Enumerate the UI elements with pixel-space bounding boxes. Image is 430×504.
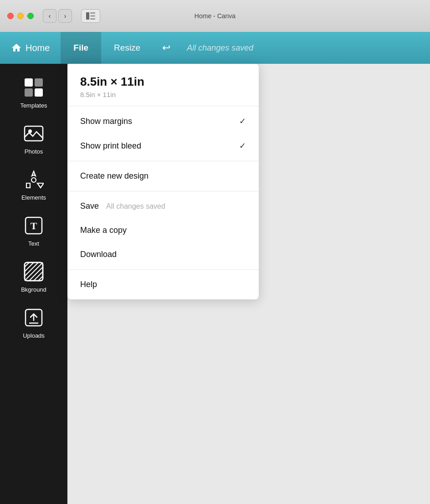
create-section: Create new design (67, 161, 259, 191)
sidebar-item-elements[interactable]: Elements (0, 163, 67, 207)
help-item[interactable]: Help (67, 273, 259, 297)
file-dropdown: 8.5in × 11in 8.5in × 11in Show margins ✓… (67, 64, 259, 299)
maximize-button[interactable] (27, 13, 34, 19)
sidebar-item-background[interactable]: Bkground (0, 255, 67, 299)
dropdown-title: 8.5in × 11in (80, 75, 246, 89)
home-label: Home (26, 43, 50, 53)
title-bar: ‹ › Home - Canva (0, 0, 430, 32)
text-icon: T (24, 216, 44, 237)
background-icon (24, 262, 44, 283)
svg-rect-6 (25, 88, 33, 97)
minimize-button[interactable] (17, 13, 24, 19)
display-options-section: Show margins ✓ Show print bleed ✓ (67, 106, 259, 161)
main-area: Templates Photos (0, 64, 430, 504)
save-label: Save (80, 201, 99, 211)
undo-icon: ↩ (162, 42, 170, 54)
svg-rect-0 (86, 12, 89, 20)
svg-rect-2 (90, 15, 95, 17)
svg-point-10 (31, 178, 36, 182)
home-icon (11, 42, 22, 53)
show-print-bleed-label: Show print bleed (80, 141, 141, 151)
save-item[interactable]: Save All changes saved (67, 194, 259, 218)
show-margins-item[interactable]: Show margins ✓ (67, 109, 259, 134)
text-label: Text (28, 240, 39, 247)
dropdown-header: 8.5in × 11in 8.5in × 11in (67, 64, 259, 106)
traffic-lights (7, 13, 34, 19)
sidebar-toggle-icon (86, 12, 95, 20)
make-copy-label: Make a copy (80, 226, 127, 235)
sidebar-item-uploads[interactable]: Uploads (0, 301, 67, 345)
file-menu-item[interactable]: File (61, 32, 101, 64)
autosave-status: All changes saved (179, 43, 261, 53)
back-icon: ‹ (49, 12, 51, 20)
help-label: Help (80, 280, 97, 289)
resize-label: Resize (114, 43, 140, 53)
close-button[interactable] (7, 13, 14, 19)
sidebar-item-templates[interactable]: Templates (0, 71, 67, 115)
svg-rect-1 (90, 12, 95, 14)
sidebar-toggle-button[interactable] (81, 9, 100, 23)
sidebar-item-text[interactable]: T Text (0, 209, 67, 253)
show-margins-label: Show margins (80, 117, 132, 126)
file-label: File (73, 43, 88, 53)
svg-rect-8 (25, 126, 43, 141)
undo-button[interactable]: ↩ (153, 42, 179, 54)
forward-icon: › (64, 12, 67, 20)
templates-label: Templates (20, 102, 47, 109)
download-label: Download (80, 250, 117, 259)
uploads-label: Uploads (23, 332, 45, 339)
help-section: Help (67, 270, 259, 299)
sidebar-item-photos[interactable]: Photos (0, 117, 67, 161)
canvas-area: 8.5in × 11in 8.5in × 11in Show margins ✓… (67, 64, 430, 504)
svg-rect-7 (35, 88, 43, 97)
svg-text:T: T (31, 220, 37, 231)
sidebar: Templates Photos (0, 64, 67, 504)
svg-rect-5 (35, 78, 43, 87)
resize-menu-item[interactable]: Resize (101, 32, 153, 64)
download-item[interactable]: Download (67, 242, 259, 267)
show-print-bleed-check: ✓ (239, 141, 246, 151)
file-actions-section: Save All changes saved Make a copy Downl… (67, 191, 259, 269)
make-copy-item[interactable]: Make a copy (67, 218, 259, 242)
create-new-design-item[interactable]: Create new design (67, 164, 259, 188)
svg-line-19 (34, 272, 43, 281)
templates-icon (24, 77, 44, 99)
svg-rect-3 (90, 18, 95, 20)
window-title: Home - Canva (195, 12, 235, 20)
svg-line-17 (25, 262, 43, 281)
background-label: Bkground (21, 286, 46, 293)
elements-icon (24, 170, 44, 191)
forward-button[interactable]: › (58, 9, 72, 23)
nav-buttons: ‹ › (43, 9, 72, 23)
show-margins-check: ✓ (239, 116, 246, 126)
save-status: All changes saved (106, 202, 165, 211)
dropdown-subtitle: 8.5in × 11in (80, 91, 246, 98)
create-new-design-label: Create new design (80, 171, 148, 181)
elements-label: Elements (21, 194, 46, 201)
photos-label: Photos (25, 148, 43, 155)
show-print-bleed-item[interactable]: Show print bleed ✓ (67, 134, 259, 158)
back-button[interactable]: ‹ (43, 9, 56, 23)
photos-icon (24, 123, 44, 145)
svg-rect-4 (25, 78, 33, 87)
home-menu-item[interactable]: Home (0, 42, 61, 53)
menu-bar: Home File Resize ↩ All changes saved (0, 32, 430, 64)
uploads-icon (24, 308, 44, 329)
svg-line-15 (25, 262, 34, 272)
